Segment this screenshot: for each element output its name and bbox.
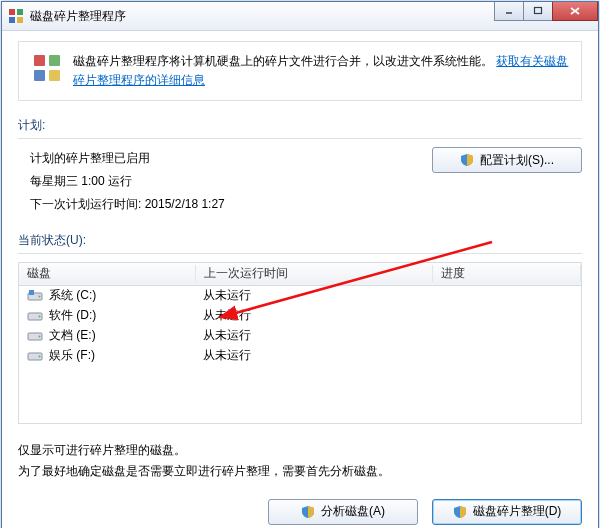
svg-rect-10 [34, 70, 45, 81]
disk-name: 娱乐 (F:) [49, 347, 95, 364]
defrag-window: 磁盘碎片整理程序 磁盘碎片整理程序将计算机硬盘上的碎片文件进行合并，以改进文件系… [1, 1, 599, 528]
shield-icon [460, 153, 474, 167]
svg-point-14 [39, 295, 41, 297]
configure-schedule-button[interactable]: 配置计划(S)... [432, 147, 582, 173]
col-disk[interactable]: 磁盘 [19, 265, 196, 282]
table-row[interactable]: 系统 (C:)从未运行 [19, 286, 581, 306]
table-row[interactable]: 娱乐 (F:)从未运行 [19, 346, 581, 366]
svg-rect-2 [9, 17, 15, 23]
drive-icon [27, 350, 43, 362]
defrag-icon [31, 52, 63, 84]
svg-rect-5 [535, 8, 542, 14]
divider [18, 253, 582, 254]
info-box: 磁盘碎片整理程序将计算机硬盘上的碎片文件进行合并，以改进文件系统性能。 获取有关… [18, 41, 582, 101]
shield-icon [453, 505, 467, 519]
drive-icon [27, 310, 43, 322]
close-button[interactable] [552, 2, 598, 21]
titlebar: 磁盘碎片整理程序 [2, 2, 598, 31]
svg-rect-13 [29, 290, 34, 295]
defrag-button-label: 磁盘碎片整理(D) [473, 503, 562, 520]
shield-icon [301, 505, 315, 519]
maximize-button[interactable] [523, 2, 553, 21]
svg-point-16 [39, 315, 41, 317]
analyze-button-label: 分析磁盘(A) [321, 503, 385, 520]
col-progress[interactable]: 进度 [433, 265, 581, 282]
info-description: 磁盘碎片整理程序将计算机硬盘上的碎片文件进行合并，以改进文件系统性能。 [73, 54, 493, 68]
defrag-button[interactable]: 磁盘碎片整理(D) [432, 499, 582, 525]
disk-name: 文档 (E:) [49, 327, 96, 344]
note-line-2: 为了最好地确定磁盘是否需要立即进行碎片整理，需要首先分析磁盘。 [18, 461, 582, 483]
svg-point-20 [39, 355, 41, 357]
svg-line-7 [571, 8, 579, 14]
svg-rect-9 [49, 55, 60, 66]
configure-button-label: 配置计划(S)... [480, 152, 554, 169]
app-icon [8, 8, 24, 24]
table-row[interactable]: 软件 (D:)从未运行 [19, 306, 581, 326]
table-row[interactable]: 文档 (E:)从未运行 [19, 326, 581, 346]
table-body: 系统 (C:)从未运行软件 (D:)从未运行文档 (E:)从未运行娱乐 (F:)… [19, 286, 581, 366]
schedule-next-run: 下一次计划运行时间: 2015/2/18 1:27 [30, 193, 432, 216]
disk-last-run: 从未运行 [195, 307, 431, 324]
disk-last-run: 从未运行 [195, 287, 431, 304]
schedule-label: 计划: [18, 117, 582, 134]
note-line-1: 仅显示可进行碎片整理的磁盘。 [18, 440, 582, 462]
schedule-recurrence: 每星期三 1:00 运行 [30, 170, 432, 193]
minimize-button[interactable] [494, 2, 524, 21]
info-text: 磁盘碎片整理程序将计算机硬盘上的碎片文件进行合并，以改进文件系统性能。 获取有关… [73, 52, 569, 90]
col-last[interactable]: 上一次运行时间 [196, 265, 433, 282]
schedule-info: 计划的碎片整理已启用 每星期三 1:00 运行 下一次计划运行时间: 2015/… [18, 147, 432, 215]
svg-rect-11 [49, 70, 60, 81]
svg-line-6 [571, 8, 579, 14]
disk-table: 磁盘 上一次运行时间 进度 系统 (C:)从未运行软件 (D:)从未运行文档 (… [18, 262, 582, 424]
svg-rect-3 [17, 17, 23, 23]
svg-point-18 [39, 335, 41, 337]
disk-name: 软件 (D:) [49, 307, 96, 324]
status-label: 当前状态(U): [18, 232, 582, 249]
schedule-heading: 计划的碎片整理已启用 [30, 147, 432, 170]
drive-icon [27, 290, 43, 302]
notes: 仅显示可进行碎片整理的磁盘。 为了最好地确定磁盘是否需要立即进行碎片整理，需要首… [18, 440, 582, 483]
schedule-row: 计划的碎片整理已启用 每星期三 1:00 运行 下一次计划运行时间: 2015/… [18, 147, 582, 215]
action-row: 分析磁盘(A) 磁盘碎片整理(D) [18, 499, 582, 525]
disk-last-run: 从未运行 [195, 327, 431, 344]
svg-rect-1 [17, 9, 23, 15]
svg-rect-0 [9, 9, 15, 15]
table-header: 磁盘 上一次运行时间 进度 [19, 263, 581, 286]
svg-rect-8 [34, 55, 45, 66]
divider [18, 138, 582, 139]
window-controls [495, 2, 598, 21]
disk-last-run: 从未运行 [195, 347, 431, 364]
window-title: 磁盘碎片整理程序 [30, 8, 126, 25]
drive-icon [27, 330, 43, 342]
content-area: 磁盘碎片整理程序将计算机硬盘上的碎片文件进行合并，以改进文件系统性能。 获取有关… [2, 31, 598, 528]
disk-name: 系统 (C:) [49, 287, 96, 304]
analyze-button[interactable]: 分析磁盘(A) [268, 499, 418, 525]
